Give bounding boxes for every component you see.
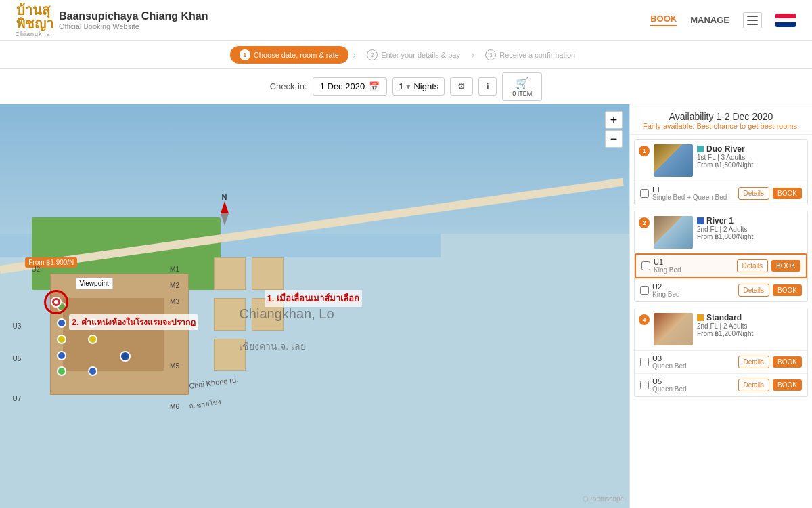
room-info-duo: Duo River 1st FL | 3 Adults From ฿1,800/… xyxy=(697,144,803,177)
step-1-label: Choose date, room & rate xyxy=(254,51,339,59)
room-unit-u1: U1 King Bed Details BOOK xyxy=(635,253,807,278)
unit-u3-checkbox[interactable] xyxy=(640,358,649,366)
room-dot-blue-2 xyxy=(57,351,66,360)
step-arrow-2: › xyxy=(471,49,474,61)
step-arrow-1: › xyxy=(353,49,356,61)
unit-l1-id: L1 xyxy=(652,186,735,194)
roomscope-watermark: ⬡ roomscope xyxy=(583,495,624,503)
step-2-label: Enter your details & pay xyxy=(381,51,460,59)
nights-dropdown-icon: ▾ xyxy=(406,81,411,91)
room-thumb-duo xyxy=(654,144,693,177)
unit-u3-details-btn[interactable]: Details xyxy=(738,356,770,368)
unit-u1-details-btn[interactable]: Details xyxy=(737,259,769,272)
unit-u3-book-btn[interactable]: BOOK xyxy=(773,356,802,368)
street-label-th: ถ. ชายโขง xyxy=(188,397,221,411)
availability-title: Availability 1-2 Dec 2020 xyxy=(635,111,807,122)
nav-book[interactable]: BOOK xyxy=(650,14,677,26)
area-label-m3: M3 xyxy=(170,298,179,305)
city-label-thai: เชียงคาน,จ. เลย xyxy=(239,339,306,354)
area-label-u3: U3 xyxy=(13,322,22,330)
availability-scroll[interactable]: 1 Duo River 1st FL | 3 Adults From ฿1,80… xyxy=(630,135,812,508)
logo-sub-text: Chiangkhan xyxy=(15,30,54,37)
step-3[interactable]: 3 Receive a confirmation xyxy=(478,46,582,64)
zoom-in-button[interactable]: + xyxy=(605,111,623,129)
brand-text: Baansupichaya Chiang Khan Official Booki… xyxy=(59,10,208,30)
filter-button[interactable]: ⚙ xyxy=(450,77,473,96)
river1-color-dot xyxy=(697,217,704,224)
unit-u5-book-btn[interactable]: BOOK xyxy=(773,379,802,391)
river-bg2 xyxy=(0,104,629,234)
area-label-u7: U7 xyxy=(13,395,22,402)
selected-room-ring xyxy=(44,290,68,314)
unit-u3-bed: Queen Bed xyxy=(652,362,735,370)
unit-u1-checkbox[interactable] xyxy=(641,261,650,270)
area-label-u5: U5 xyxy=(13,355,22,362)
search-bar: Check-in: 1 Dec 2020 📅 1 ▾ Nights ⚙ ℹ 🛒 … xyxy=(0,69,812,104)
unit-u1-info: U1 King Bed xyxy=(654,258,734,274)
room-unit-u5: U5 Queen Bed Details BOOK xyxy=(635,373,807,396)
hamburger-line3 xyxy=(747,24,758,25)
area-label-u2: U2 xyxy=(32,266,41,273)
room-unit-l1: L1 Single Bed + Queen Bed Details BOOK xyxy=(635,182,807,205)
room-dot-green-3 xyxy=(57,366,66,376)
nights-value: 1 xyxy=(399,81,403,91)
cart-label: 0 ITEM xyxy=(512,90,532,97)
room-dot-blue-1 xyxy=(57,318,66,328)
hamburger-button[interactable] xyxy=(743,12,762,28)
nights-selector[interactable]: 1 ▾ Nights xyxy=(392,77,445,96)
unit-l1-book-btn[interactable]: BOOK xyxy=(773,188,802,199)
room-type-duo-river: 1 Duo River 1st FL | 3 Adults From ฿1,80… xyxy=(634,139,808,205)
room-type-river1: 2 River 1 2nd FL | 2 Adults From ฿1,800/… xyxy=(634,211,808,302)
date-value: 1 Dec 2020 xyxy=(320,81,365,91)
header-nav: BOOK MANAGE xyxy=(650,12,796,28)
unit-u2-book-btn[interactable]: BOOK xyxy=(773,284,802,296)
room-type-standard-header: 4 Standard 2nd FL | 2 Adults From ฿1,200… xyxy=(635,308,807,350)
unit-u2-details-btn[interactable]: Details xyxy=(738,284,770,297)
zoom-out-button[interactable]: − xyxy=(605,130,623,148)
selected-room-pin xyxy=(51,297,62,308)
nav-manage[interactable]: MANAGE xyxy=(690,15,729,25)
unit-l1-details-btn[interactable]: Details xyxy=(738,187,770,200)
unit-l1-checkbox[interactable] xyxy=(640,189,649,198)
room-thumb-river1 xyxy=(654,216,693,249)
step-1-num: 1 xyxy=(240,49,250,60)
duo-color-dot xyxy=(697,146,704,152)
room-thumb-standard xyxy=(654,313,693,345)
area-label-m5: M5 xyxy=(170,362,179,370)
step-3-label: Receive a confirmation xyxy=(499,51,575,59)
unit-u1-book-btn[interactable]: BOOK xyxy=(771,260,800,272)
date-input-field[interactable]: 1 Dec 2020 📅 xyxy=(313,77,388,96)
unit-u2-bed: King Bed xyxy=(652,291,735,298)
map-area[interactable]: N + − From ฿1,900/N Viewpoint U2 U3 U5 U… xyxy=(0,104,629,508)
unit-u2-info: U2 King Bed xyxy=(652,282,735,298)
room-dot-yellow-2 xyxy=(88,335,97,344)
annotation-1: 1. เมื่อเลื่อนเมาส์มาเลือก xyxy=(265,290,362,307)
unit-u1-bed: King Bed xyxy=(654,266,734,274)
room-floor-standard: 2nd FL | 2 Adults xyxy=(697,322,803,330)
cart-button[interactable]: 🛒 0 ITEM xyxy=(502,72,542,101)
room-price-duo: From ฿1,800/Night xyxy=(697,161,803,169)
unit-u5-bed: Queen Bed xyxy=(652,385,735,393)
section-num-2: 2 xyxy=(639,217,650,228)
unit-l1-info: L1 Single Bed + Queen Bed xyxy=(652,186,735,201)
header: บ้านสุพิชญา Chiangkhan Baansupichaya Chi… xyxy=(0,0,812,41)
step-2[interactable]: 2 Enter your details & pay xyxy=(360,46,467,64)
unit-u5-checkbox[interactable] xyxy=(640,381,649,389)
hotel-building-inner xyxy=(63,298,164,371)
hamburger-line1 xyxy=(747,16,758,17)
room-dot-yellow-1 xyxy=(57,335,66,344)
brand-title: Baansupichaya Chiang Khan xyxy=(59,10,208,22)
compass-north-arrow xyxy=(221,201,229,213)
unit-u5-details-btn[interactable]: Details xyxy=(738,379,770,391)
availability-panel: Availability 1-2 Dec 2020 Fairly availab… xyxy=(629,104,812,508)
compass-south-arrow xyxy=(221,213,229,226)
room-price-river1: From ฿1,800/Night xyxy=(697,233,803,240)
logo-area: บ้านสุพิชญา Chiangkhan Baansupichaya Chi… xyxy=(16,3,208,37)
flag-thai[interactable] xyxy=(775,14,796,27)
info-button[interactable]: ℹ xyxy=(478,77,497,96)
step-1[interactable]: 1 Choose date, room & rate xyxy=(230,46,348,64)
unit-u5-id: U5 xyxy=(652,377,735,385)
room-floor-river1: 2nd FL | 2 Adults xyxy=(697,226,803,233)
unit-u2-checkbox[interactable] xyxy=(640,286,649,295)
logo-icon: บ้านสุพิชญา Chiangkhan xyxy=(16,3,53,37)
